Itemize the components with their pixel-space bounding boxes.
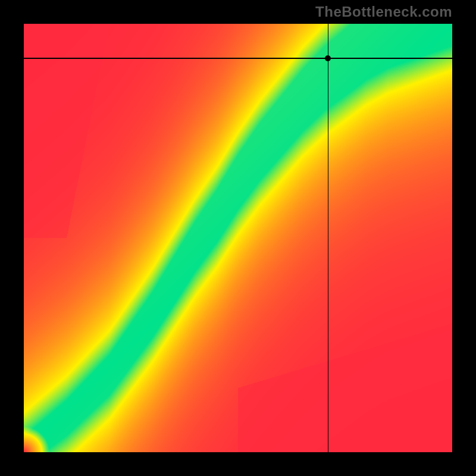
crosshair-vertical — [328, 24, 329, 452]
plot-area — [24, 24, 452, 452]
watermark-label: TheBottleneck.com — [315, 4, 452, 20]
chart-container: TheBottleneck.com — [0, 0, 476, 476]
heatmap-canvas — [24, 24, 452, 452]
crosshair-marker — [325, 55, 331, 61]
crosshair-horizontal — [24, 58, 452, 59]
